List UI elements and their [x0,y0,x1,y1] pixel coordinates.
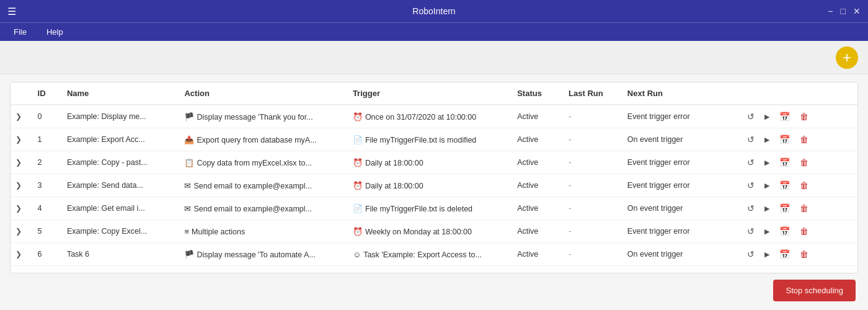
chevron-right-icon[interactable]: ❯ [16,158,22,167]
schedule-button-0[interactable]: 📅 [777,110,792,123]
expand-cell-6[interactable]: ❯ [11,243,33,266]
menu-item-file[interactable]: File [10,26,30,38]
row-action-1: 📤Export query from database myA... [179,128,347,151]
schedule-button-3[interactable]: 📅 [777,179,792,192]
col-header-id: ID [33,82,62,105]
add-task-button[interactable]: + [836,46,858,69]
row-action-5: ≡Multiple actions [179,220,347,243]
delete-button-3[interactable]: 🗑 [797,179,811,192]
delete-button-4[interactable]: 🗑 [797,202,811,215]
action-icon-3: ✉ [184,181,191,190]
minimize-button[interactable]: − [828,6,833,16]
row-action-3: ✉Send email to example@exampl... [179,174,347,197]
refresh-button-3[interactable]: ↺ [745,179,757,192]
row-nextrun-2: Event trigger error [622,151,740,174]
hamburger-icon[interactable]: ☰ [7,6,16,17]
row-controls-5: ↺ ▶ 📅 🗑 [740,220,857,243]
chevron-right-icon[interactable]: ❯ [16,112,22,121]
action-icon-2: 📋 [184,158,194,167]
stop-scheduling-button[interactable]: Stop scheduling [773,280,856,301]
delete-button-2[interactable]: 🗑 [797,156,811,169]
row-name-4: Example: Get email i... [62,197,180,220]
table-row: ❯ 4 Example: Get email i... ✉Send email … [11,197,857,220]
footer-row: Stop scheduling [10,273,858,303]
row-action-2: 📋Copy data from myExcel.xlsx to... [179,151,347,174]
trigger-icon-4: 📄 [353,204,363,213]
chevron-right-icon[interactable]: ❯ [16,181,22,190]
run-button-3[interactable]: ▶ [762,180,772,191]
menu-item-help[interactable]: Help [43,26,67,38]
chevron-right-icon[interactable]: ❯ [16,250,22,259]
row-status-0: Active [512,105,564,128]
trigger-icon-3: ⏰ [353,181,363,190]
title-bar: ☰ RoboIntern − □ ✕ [0,0,868,22]
delete-button-5[interactable]: 🗑 [797,225,811,237]
row-name-1: Example: Export Acc... [62,128,180,151]
trigger-icon-6: ☺ [353,250,361,259]
row-action-0: 🏴Display message 'Thank you for... [179,105,347,128]
refresh-button-6[interactable]: ↺ [745,248,757,260]
action-buttons-4: ↺ ▶ 📅 🗑 [745,202,852,215]
row-lastrun-3: - [564,174,622,197]
schedule-button-2[interactable]: 📅 [777,156,792,169]
row-status-1: Active [512,128,564,151]
expand-cell-4[interactable]: ❯ [11,197,33,220]
refresh-button-5[interactable]: ↺ [745,225,757,237]
row-trigger-0: ⏰Once on 31/07/2020 at 10:00:00 [348,105,512,128]
chevron-right-icon[interactable]: ❯ [16,204,22,213]
table-row: ❯ 5 Example: Copy Excel... ≡Multiple act… [11,220,857,243]
col-header-expand [11,82,33,105]
expand-cell-3[interactable]: ❯ [11,174,33,197]
run-button-1[interactable]: ▶ [762,135,772,145]
row-controls-3: ↺ ▶ 📅 🗑 [740,174,857,197]
menu-bar: File Help [0,22,868,41]
action-icon-4: ✉ [184,204,191,213]
delete-button-0[interactable]: 🗑 [797,110,811,123]
refresh-button-1[interactable]: ↺ [745,133,757,146]
row-status-3: Active [512,174,564,197]
close-button[interactable]: ✕ [853,6,861,16]
row-action-6: 🏴Display message 'To automate A... [179,243,347,266]
row-name-5: Example: Copy Excel... [62,220,180,243]
row-id-0: 0 [33,105,62,128]
col-header-lastrun: Last Run [564,82,622,105]
chevron-right-icon[interactable]: ❯ [16,135,22,144]
row-id-4: 4 [33,197,62,220]
table-row: ❯ 1 Example: Export Acc... 📤Export query… [11,128,857,151]
run-button-6[interactable]: ▶ [762,249,772,260]
window-controls: − □ ✕ [828,6,861,16]
refresh-button-4[interactable]: ↺ [745,202,757,215]
action-icon-5: ≡ [184,227,189,236]
schedule-button-6[interactable]: 📅 [777,248,792,260]
schedule-button-4[interactable]: 📅 [777,202,792,215]
row-name-0: Example: Display me... [62,105,180,128]
delete-button-1[interactable]: 🗑 [797,133,811,146]
expand-cell-1[interactable]: ❯ [11,128,33,151]
run-button-5[interactable]: ▶ [762,226,772,237]
row-name-3: Example: Send data... [62,174,180,197]
refresh-button-2[interactable]: ↺ [745,156,757,169]
row-nextrun-1: On event trigger [622,128,740,151]
row-id-5: 5 [33,220,62,243]
refresh-button-0[interactable]: ↺ [745,110,757,123]
col-header-action: Action [179,82,347,105]
run-button-0[interactable]: ▶ [762,112,772,122]
expand-cell-2[interactable]: ❯ [11,151,33,174]
table-row: ❯ 3 Example: Send data... ✉Send email to… [11,174,857,197]
row-id-2: 2 [33,151,62,174]
chevron-right-icon[interactable]: ❯ [16,227,22,236]
delete-button-6[interactable]: 🗑 [797,248,811,260]
trigger-icon-2: ⏰ [353,158,363,167]
trigger-icon-1: 📄 [353,135,363,144]
expand-cell-0[interactable]: ❯ [11,105,33,128]
row-lastrun-1: - [564,128,622,151]
schedule-button-5[interactable]: 📅 [777,225,792,237]
col-header-name: Name [62,82,180,105]
run-button-2[interactable]: ▶ [762,157,772,168]
action-icon-1: 📤 [184,135,194,144]
run-button-4[interactable]: ▶ [762,203,772,214]
maximize-button[interactable]: □ [841,6,846,16]
schedule-button-1[interactable]: 📅 [777,133,792,146]
row-action-4: ✉Send email to example@exampl... [179,197,347,220]
expand-cell-5[interactable]: ❯ [11,220,33,243]
